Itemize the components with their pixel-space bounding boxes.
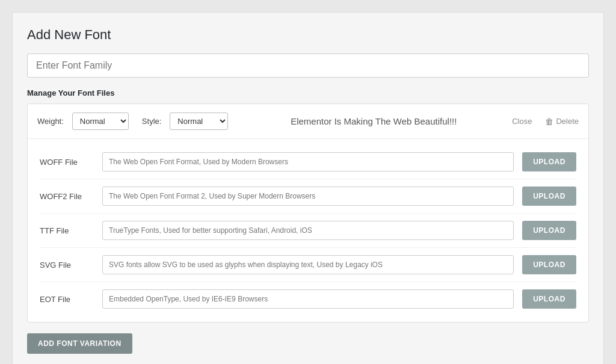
eot-input[interactable] xyxy=(102,289,514,309)
close-button[interactable]: Close xyxy=(512,117,532,126)
woff-input[interactable] xyxy=(102,152,514,171)
woff2-input[interactable] xyxy=(102,187,514,206)
ttf-label: TTF File xyxy=(40,226,94,235)
file-rows-container: WOFF File UPLOAD WOFF2 File UPLOAD TTF F… xyxy=(28,139,588,322)
add-font-variation-button[interactable]: ADD FONT VARIATION xyxy=(27,333,132,354)
table-row: WOFF File UPLOAD xyxy=(40,145,576,179)
table-row: SVG File UPLOAD xyxy=(40,248,576,282)
woff-label: WOFF File xyxy=(40,158,94,167)
font-panel: Weight: Normal 100200300 400500600 70080… xyxy=(27,103,589,322)
weight-select[interactable]: Normal 100200300 400500600 700800900 xyxy=(72,113,129,130)
woff-upload-button[interactable]: UPLOAD xyxy=(522,152,576,171)
preview-text: Elementor Is Making The Web Beautiful!!! xyxy=(241,116,506,126)
svg-label: SVG File xyxy=(40,261,94,270)
weight-label: Weight: xyxy=(37,117,64,126)
woff2-label: WOFF2 File xyxy=(40,192,94,201)
svg-upload-button[interactable]: UPLOAD xyxy=(522,255,576,274)
eot-upload-button[interactable]: UPLOAD xyxy=(522,289,576,309)
font-family-input[interactable] xyxy=(27,54,589,78)
page-title: Add New Font xyxy=(27,27,589,43)
woff2-upload-button[interactable]: UPLOAD xyxy=(522,187,576,206)
delete-button[interactable]: 🗑 Delete xyxy=(545,117,579,126)
trash-icon: 🗑 xyxy=(545,117,553,126)
main-container: Add New Font Manage Your Font Files Weig… xyxy=(12,12,604,364)
table-row: TTF File UPLOAD xyxy=(40,214,576,248)
style-label: Style: xyxy=(142,117,162,126)
style-select[interactable]: Normal Italic Oblique xyxy=(170,113,228,130)
table-row: WOFF2 File UPLOAD xyxy=(40,179,576,214)
svg-input[interactable] xyxy=(102,255,514,274)
eot-label: EOT File xyxy=(40,295,94,304)
manage-label: Manage Your Font Files xyxy=(27,88,589,97)
table-row: EOT File UPLOAD xyxy=(40,282,576,316)
ttf-input[interactable] xyxy=(102,221,514,240)
ttf-upload-button[interactable]: UPLOAD xyxy=(522,221,576,240)
font-variation-header: Weight: Normal 100200300 400500600 70080… xyxy=(28,104,588,139)
